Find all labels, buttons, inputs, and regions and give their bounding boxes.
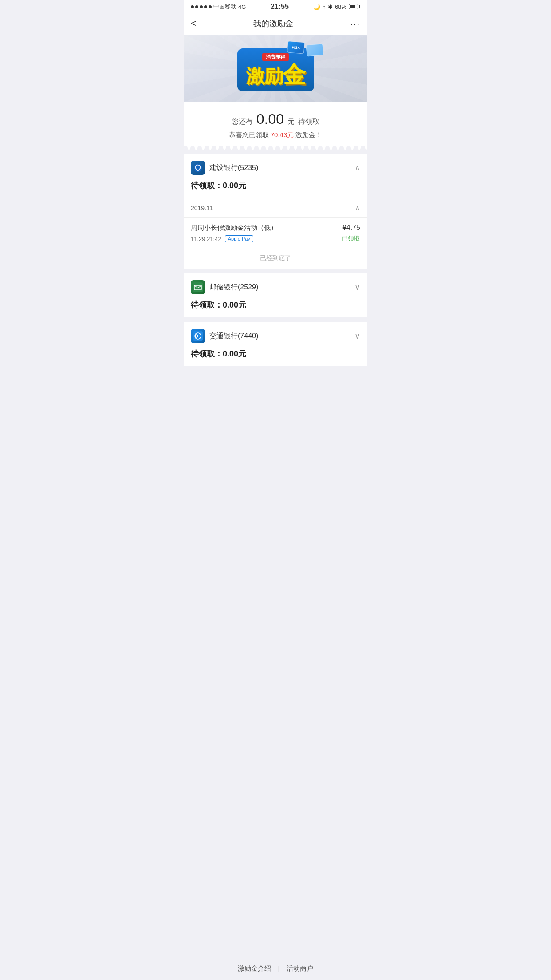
status-right: 🌙 ↑ ✱ 68% (313, 4, 360, 10)
page-title: 我的激励金 (253, 18, 293, 29)
nav-bar: < 我的激励金 ··· (184, 13, 367, 35)
bocom-bank-name: 交通银行(7440) (209, 332, 258, 341)
transaction-status: 已领取 (342, 235, 360, 243)
pending-amount: 0.00 (256, 111, 284, 127)
bank-card-psbc: 邮储银行(2529) ∨ 待领取：0.00元 (184, 273, 367, 317)
month-header-nov[interactable]: 2019.11 ∧ (184, 198, 367, 217)
logo-container: 消费即得 激励金 (237, 48, 314, 91)
bottom-line: 已经到底了 (184, 248, 367, 269)
bank-info-bocom: 交通银行(7440) (191, 329, 258, 343)
psbc-bank-name: 邮储银行(2529) (209, 283, 258, 292)
month-label: 2019.11 (191, 205, 213, 212)
bank-info-ccb: 建设银行(5235) (191, 161, 258, 175)
hero-banner: VISA 消费即得 激励金 (184, 35, 367, 102)
bocom-chevron-icon: ∨ (354, 331, 360, 341)
amount-unit: 元 (287, 117, 295, 126)
back-button[interactable]: < (191, 18, 197, 29)
ccb-chevron-icon: ∧ (354, 163, 360, 173)
psbc-pending-label: 待领取：0.00元 (191, 300, 246, 309)
ccb-pending: 待领取：0.00元 (184, 180, 367, 198)
battery-label: 68% (335, 4, 346, 10)
signal-dots (191, 5, 212, 8)
bluetooth-icon: ✱ (328, 4, 333, 10)
time-label: 21:55 (271, 3, 289, 11)
ccb-pending-label: 待领取：0.00元 (191, 181, 246, 190)
psbc-chevron-icon: ∨ (354, 282, 360, 292)
psbc-pending: 待领取：0.00元 (184, 300, 367, 317)
moon-icon: 🌙 (313, 4, 320, 10)
claimed-amount: 70.43元 (271, 131, 294, 138)
month-chevron-icon: ∧ (355, 204, 360, 212)
location-icon: ↑ (323, 4, 326, 10)
transaction-item: 周周小长假激励金活动（低） ¥4.75 11.29 21:42 Apple Pa… (184, 218, 367, 248)
bank-header-psbc[interactable]: 邮储银行(2529) ∨ (184, 273, 367, 300)
apple-pay-badge: Apple Pay (225, 235, 253, 242)
congrats-text: 恭喜您已领取 (229, 131, 269, 138)
status-bar: 中国移动 4G 21:55 🌙 ↑ ✱ 68% (184, 0, 367, 13)
transaction-meta: 11.29 21:42 Apple Pay (191, 235, 253, 242)
more-button[interactable]: ··· (350, 19, 360, 29)
amount-prefix: 您还有 (232, 117, 253, 126)
ccb-expanded: 2019.11 ∧ 周周小长假激励金活动（低） ¥4.75 11.29 21:4… (184, 198, 367, 269)
ccb-logo-icon (191, 161, 205, 175)
network-label: 4G (238, 4, 246, 10)
status-left: 中国移动 4G (191, 3, 246, 11)
bank-header-ccb[interactable]: 建设银行(5235) ∧ (184, 154, 367, 180)
hero-content: VISA 消费即得 激励金 (237, 48, 314, 91)
transaction-date: 11.29 21:42 (191, 236, 221, 242)
bocom-pending-label: 待领取：0.00元 (191, 349, 246, 358)
coupon-separator (184, 146, 367, 154)
psbc-logo-icon (191, 280, 205, 294)
claimed-suffix: 激励金！ (295, 131, 322, 138)
bank-card-bocom: 交通银行(7440) ∨ 待领取：0.00元 (184, 322, 367, 366)
congrats-row: 恭喜您已领取 70.43元 激励金！ (184, 131, 367, 139)
amount-row: 您还有 0.00 元 待领取 (184, 111, 367, 127)
transaction-name: 周周小长假激励金活动（低） (191, 224, 342, 232)
battery-icon (349, 4, 360, 9)
bank-info-psbc: 邮储银行(2529) (191, 280, 258, 294)
transaction-amount: ¥4.75 (342, 224, 360, 232)
bocom-pending: 待领取：0.00元 (184, 348, 367, 366)
amount-section: 您还有 0.00 元 待领取 恭喜您已领取 70.43元 激励金！ (184, 102, 367, 146)
main-content: VISA 消费即得 激励金 您还有 0.00 元 待领取 恭喜您已领取 70.4… (184, 35, 367, 424)
carrier-label: 中国移动 (213, 3, 236, 11)
bank-header-bocom[interactable]: 交通银行(7440) ∨ (184, 322, 367, 348)
logo-subtitle: 消费即得 (262, 53, 289, 61)
amount-suffix: 待领取 (298, 117, 319, 126)
logo-main-text: 激励金 (246, 63, 305, 86)
bank-card-ccb: 建设银行(5235) ∧ 待领取：0.00元 2019.11 ∧ 周周小长假激励… (184, 154, 367, 269)
transaction-top: 周周小长假激励金活动（低） ¥4.75 (191, 224, 360, 232)
ccb-bank-name: 建设银行(5235) (209, 163, 258, 173)
bocom-logo-icon (191, 329, 205, 343)
transaction-bottom: 11.29 21:42 Apple Pay 已领取 (191, 235, 360, 243)
